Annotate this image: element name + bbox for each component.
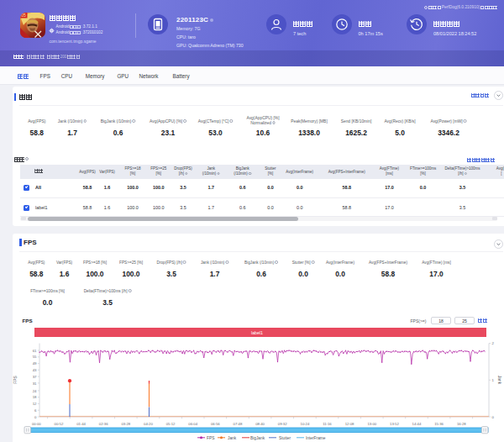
svg-text:FPS: FPS <box>13 376 18 383</box>
svg-text:0: 0 <box>34 415 37 419</box>
svg-text:61: 61 <box>33 349 37 353</box>
svg-text:09:32: 09:32 <box>278 422 287 426</box>
svg-text:00:52: 00:52 <box>55 422 64 426</box>
svg-text:15:36: 15:36 <box>434 422 444 426</box>
svg-text:08:40: 08:40 <box>255 422 265 426</box>
svg-text:03:28: 03:28 <box>121 422 130 426</box>
svg-text:13:52: 13:52 <box>390 422 399 426</box>
svg-text:Stutter: Stutter <box>279 436 291 440</box>
svg-text:2: 2 <box>492 341 495 345</box>
svg-text:18: 18 <box>33 395 37 399</box>
svg-text:07:48: 07:48 <box>234 422 243 426</box>
svg-text:06:04: 06:04 <box>188 422 197 426</box>
svg-text:Jank: Jank <box>497 376 501 385</box>
svg-text:43: 43 <box>33 368 37 372</box>
svg-text:Jank: Jank <box>228 436 237 440</box>
svg-text:49: 49 <box>33 361 37 366</box>
svg-text:InterFrame: InterFrame <box>306 436 326 440</box>
svg-text:10:24: 10:24 <box>301 422 310 426</box>
svg-text:0: 0 <box>492 415 495 419</box>
svg-text:00:00: 00:00 <box>32 422 41 426</box>
svg-text:11:16: 11:16 <box>323 422 332 426</box>
svg-text:04:20: 04:20 <box>144 422 153 426</box>
svg-text:BigJank: BigJank <box>250 436 265 440</box>
svg-text:1: 1 <box>492 378 495 382</box>
svg-text:16:28: 16:28 <box>457 422 466 426</box>
svg-text:05: 05 <box>21 13 26 18</box>
svg-text:06:56: 06:56 <box>211 422 220 426</box>
svg-text:13:00: 13:00 <box>367 422 376 426</box>
svg-text:14:44: 14:44 <box>412 422 422 426</box>
svg-text:05:12: 05:12 <box>166 422 176 426</box>
svg-text:37: 37 <box>33 375 37 379</box>
svg-text:6: 6 <box>34 408 37 413</box>
svg-text:12:08: 12:08 <box>345 422 354 426</box>
svg-text:24: 24 <box>33 389 37 393</box>
svg-text:01:44: 01:44 <box>76 422 86 426</box>
svg-text:12: 12 <box>33 402 37 406</box>
svg-text:55: 55 <box>33 355 37 359</box>
svg-text:02:36: 02:36 <box>99 422 108 426</box>
svg-text:31: 31 <box>33 381 37 386</box>
svg-text:FPS: FPS <box>207 436 214 440</box>
